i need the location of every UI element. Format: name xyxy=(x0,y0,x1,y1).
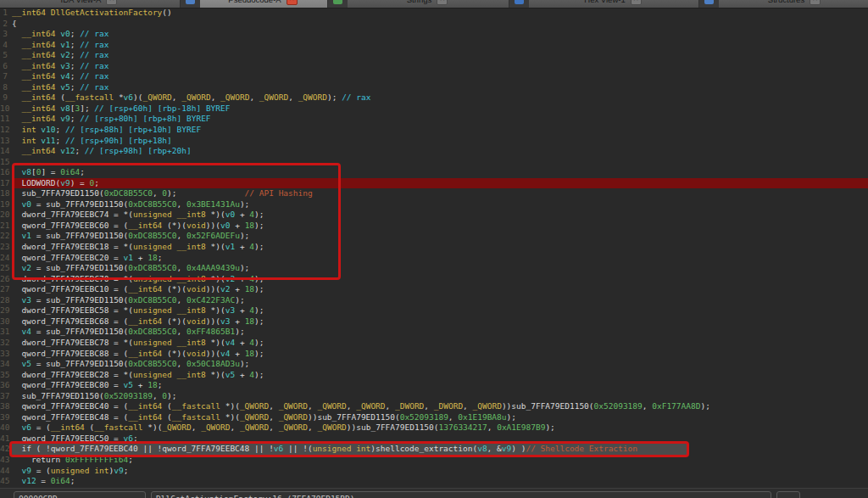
code-line-24[interactable]: 24 qword_7FFA79EEBC20 = v1 + 18; xyxy=(0,253,868,264)
status-chip xyxy=(776,491,800,498)
code-line-2[interactable]: 2{ xyxy=(0,19,868,30)
ida-pro-window: IDA View-A✕Pseudocode-A✕Strings✕Hex View… xyxy=(0,0,868,498)
code-line-42[interactable]: 42 if ( !qword_7FFA79EEBC40 || !qword_7F… xyxy=(0,444,868,455)
line-number: 4 xyxy=(0,40,12,51)
code-line-37[interactable]: 37 sub_7FFA79ED1150(0x52093189, 0); xyxy=(0,391,868,402)
code-line-29[interactable]: 29 dword_7FFA79EEBC58 = *(unsigned __int… xyxy=(0,305,868,316)
code-line-4[interactable]: 4 __int64 v1; // rax xyxy=(0,40,868,51)
code-line-8[interactable]: 8 __int64 v5; // rax xyxy=(0,82,868,93)
code-line-45[interactable]: 45 v12 = 0i64; xyxy=(0,476,868,487)
tab-close-icon[interactable]: ✕ xyxy=(287,0,298,5)
code-line-22[interactable]: 22 v1 = sub_7FFA79ED1150(0xDC8B55C0, 0x5… xyxy=(0,231,868,242)
code-line-44[interactable]: 44 v9 = (unsigned int)v9; xyxy=(0,466,868,477)
code-line-21[interactable]: 21 qword_7FFA79EEBC60 = (__int64 (*)(voi… xyxy=(0,221,868,232)
code-text: dword_7FFA79EEBC78 = *(unsigned __int8 *… xyxy=(12,338,868,349)
code-text: qword_7FFA79EEBC20 = v1 + 18; xyxy=(12,253,868,264)
code-line-23[interactable]: 23 dword_7FFA79EEBC18 = *(unsigned __int… xyxy=(0,242,868,253)
strings-icon xyxy=(333,0,342,4)
line-number: 19 xyxy=(0,199,12,210)
code-line-12[interactable]: 12 int v10; // [rsp+88h] [rbp+10h] BYREF xyxy=(0,125,868,136)
line-number: 42 xyxy=(0,444,12,455)
code-text: v9 = (unsigned int)v9; xyxy=(12,466,868,477)
code-line-14[interactable]: 14 __int64 v12; // [rsp+98h] [rbp+20h] xyxy=(0,146,868,157)
code-line-38[interactable]: 38 qword_7FFA79EEBC40 = (__int64 (__fast… xyxy=(0,401,868,412)
line-number: 22 xyxy=(0,231,12,242)
code-line-40[interactable]: 40 v6 = (__int64 (__fastcall *)(_QWORD, … xyxy=(0,422,868,434)
code-line-13[interactable]: 13 int v11; // [rsp+90h] [rbp+18h] xyxy=(0,136,868,147)
tab-label: Hex View-1 xyxy=(581,0,628,4)
code-line-28[interactable]: 28 v3 = sub_7FFA79ED1150(0xDC8B55C0, 0xC… xyxy=(0,295,868,306)
tab-close-icon[interactable]: ✕ xyxy=(810,0,821,5)
line-number: 39 xyxy=(0,412,12,423)
tab-label: Strings xyxy=(403,0,436,4)
line-number: 26 xyxy=(0,274,12,285)
line-number: 11 xyxy=(0,114,12,125)
pseudocode-icon xyxy=(186,0,195,4)
pseudocode-view[interactable]: 1__int64 DllGetActivationFactory()2{3 __… xyxy=(0,8,868,487)
line-number: 9 xyxy=(0,92,12,104)
code-line-34[interactable]: 34 v5 = sub_7FFA79ED1150(0xDC8B55C0, 0x5… xyxy=(0,359,868,370)
code-line-31[interactable]: 31 v4 = sub_7FFA79ED1150(0xDC8B55C0, 0xF… xyxy=(0,327,868,338)
code-text: dword_7FFA79EEBC70 = *(unsigned __int8 *… xyxy=(12,274,868,285)
code-text: __int64 v1; // rax xyxy=(12,40,868,51)
line-number: 7 xyxy=(0,71,12,82)
code-text: qword_7FFA79EEBC48 = (__int64 (__fastcal… xyxy=(12,412,868,423)
code-line-36[interactable]: 36 qword_7FFA79EEBC80 = v5 + 18; xyxy=(0,380,868,391)
code-line-17-current[interactable]: 17 LODWORD(v9) = 0; xyxy=(0,178,868,189)
code-text: v4 = sub_7FFA79ED1150(0xDC8B55C0, 0xFF48… xyxy=(12,327,868,338)
code-line-5[interactable]: 5 __int64 v2; // rax xyxy=(0,50,868,61)
code-text: v0 = sub_7FFA79ED1150(0xDC8B55C0, 0x3BE1… xyxy=(12,199,868,210)
tab-close-icon[interactable]: ✕ xyxy=(106,0,117,5)
tab-close-icon[interactable]: ✕ xyxy=(437,0,448,5)
code-line-11[interactable]: 11 __int64 v9; // [rsp+80h] [rbp+8h] BYR… xyxy=(0,114,868,125)
line-number: 43 xyxy=(0,455,12,466)
line-number: 12 xyxy=(0,125,12,136)
code-text: { xyxy=(12,19,868,30)
code-line-27[interactable]: 27 qword_7FFA79EEBC10 = (__int64 (*)(voi… xyxy=(0,284,868,295)
code-text: v3 = sub_7FFA79ED1150(0xDC8B55C0, 0xC422… xyxy=(12,295,868,306)
code-line-25[interactable]: 25 v2 = sub_7FFA79ED1150(0xDC8B55C0, 0x4… xyxy=(0,263,868,274)
line-number: 31 xyxy=(0,327,12,338)
code-text: qword_7FFA79EEBC68 = (__int64 (*)(void))… xyxy=(12,316,868,327)
code-line-15[interactable]: 15 xyxy=(0,157,868,168)
code-line-43[interactable]: 43 return 0xFFFFFFFFi64; xyxy=(0,455,868,466)
code-line-30[interactable]: 30 qword_7FFA79EEBC68 = (__int64 (*)(voi… xyxy=(0,316,868,327)
code-text: __int64 v12; // [rsp+98h] [rbp+20h] xyxy=(12,146,868,157)
tab-close-icon[interactable]: ✕ xyxy=(631,0,642,5)
code-line-7[interactable]: 7 __int64 v4; // rax xyxy=(0,71,868,82)
line-number: 1 xyxy=(0,8,12,19)
code-line-41[interactable]: 41 qword_7FFA79EEBC50 = v6; xyxy=(0,434,868,445)
code-text: qword_7FFA79EEBC50 = v6; xyxy=(12,434,868,445)
line-number: 41 xyxy=(0,434,12,445)
code-line-19[interactable]: 19 v0 = sub_7FFA79ED1150(0xDC8B55C0, 0x3… xyxy=(0,199,868,210)
line-number: 16 xyxy=(0,167,12,178)
code-line-3[interactable]: 3 __int64 v0; // rax xyxy=(0,29,868,40)
code-line-9[interactable]: 9 __int64 (__fastcall *v6)(_QWORD, _QWOR… xyxy=(0,92,868,104)
code-line-16[interactable]: 16 v8[0] = 0i64; xyxy=(0,167,868,178)
code-line-39[interactable]: 39 qword_7FFA79EEBC48 = (__int64 (__fast… xyxy=(0,412,868,423)
code-line-35[interactable]: 35 dword_7FFA79EEBC28 = *(unsigned __int… xyxy=(0,370,868,381)
code-line-18[interactable]: 18 sub_7FFA79ED1150(0xDC8B55C0, 0); // A… xyxy=(0,188,868,199)
line-number: 14 xyxy=(0,146,12,157)
status-function-location: DllGetActivationFactory:16 (7FFA79ED15BD… xyxy=(151,491,771,498)
code-text: v6 = (__int64 (__fastcall *)(_QWORD, _QW… xyxy=(12,422,868,434)
code-line-26[interactable]: 26 dword_7FFA79EEBC70 = *(unsigned __int… xyxy=(0,274,868,285)
line-number: 15 xyxy=(0,157,12,168)
line-number: 35 xyxy=(0,370,12,381)
code-line-32[interactable]: 32 dword_7FFA79EEBC78 = *(unsigned __int… xyxy=(0,338,868,349)
code-line-10[interactable]: 10 __int64 v8[3]; // [rsp+60h] [rbp-18h]… xyxy=(0,104,868,115)
code-line-33[interactable]: 33 qword_7FFA79EEBC88 = (__int64 (*)(voi… xyxy=(0,349,868,360)
code-line-20[interactable]: 20 dword_7FFA79EEBC74 = *(unsigned __int… xyxy=(0,210,868,221)
code-line-6[interactable]: 6 __int64 v3; // rax xyxy=(0,61,868,72)
code-line-1[interactable]: 1__int64 DllGetActivationFactory() xyxy=(0,8,868,19)
code-text: dword_7FFA79EEBC28 = *(unsigned __int8 *… xyxy=(12,370,868,381)
line-number: 17 xyxy=(0,178,12,189)
line-number: 13 xyxy=(0,136,12,147)
line-number: 25 xyxy=(0,263,12,274)
line-number: 10 xyxy=(0,104,12,115)
code-text: __int64 v0; // rax xyxy=(12,29,868,40)
code-text: __int64 DllGetActivationFactory() xyxy=(12,8,868,19)
line-number: 2 xyxy=(0,19,12,30)
code-text: v2 = sub_7FFA79ED1150(0xDC8B55C0, 0x4AAA… xyxy=(12,263,868,274)
code-text: __int64 v5; // rax xyxy=(12,82,868,93)
